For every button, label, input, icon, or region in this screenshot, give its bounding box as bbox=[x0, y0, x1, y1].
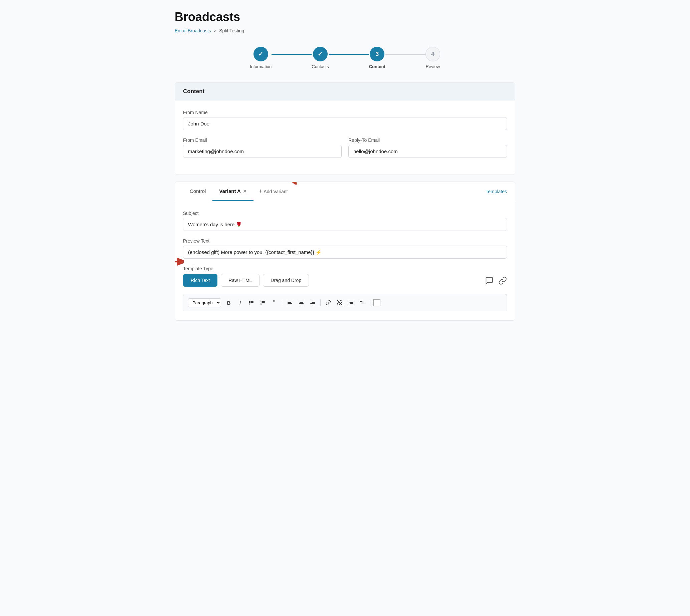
svg-rect-5 bbox=[250, 301, 253, 302]
step-label-content: Content bbox=[369, 64, 385, 69]
toolbar-sep-3 bbox=[370, 299, 370, 306]
translate-button[interactable]: TL bbox=[357, 298, 368, 308]
connector-2 bbox=[329, 54, 369, 55]
preview-text-input[interactable] bbox=[183, 246, 507, 259]
chat-icon-button[interactable] bbox=[485, 276, 494, 287]
tab-variant-a-label: Variant A bbox=[219, 188, 241, 194]
svg-rect-9 bbox=[250, 304, 253, 304]
from-email-input[interactable] bbox=[183, 145, 342, 158]
step-label-review: Review bbox=[425, 64, 440, 69]
drag-drop-button[interactable]: Drag and Drop bbox=[263, 274, 309, 287]
paragraph-select[interactable]: Paragraph Heading 1 Heading 2 Heading 3 bbox=[188, 298, 221, 307]
tab-variant-a-close[interactable]: ✕ bbox=[243, 189, 247, 194]
unlink-button[interactable] bbox=[335, 298, 345, 308]
subject-group: Subject bbox=[183, 211, 507, 231]
ordered-list-button[interactable]: 1.2.3. bbox=[258, 298, 268, 308]
svg-rect-25 bbox=[312, 302, 315, 303]
connector-3 bbox=[385, 54, 425, 55]
toolbar-sep-1 bbox=[282, 299, 282, 306]
svg-rect-23 bbox=[300, 305, 302, 305]
breadcrumb-email-broadcasts[interactable]: Email Broadcasts bbox=[175, 28, 211, 34]
toolbar-icons bbox=[485, 276, 507, 287]
svg-rect-32 bbox=[349, 305, 353, 305]
content-card: Content From Name From Email Reply-To Em… bbox=[175, 83, 515, 175]
color-swatch[interactable] bbox=[373, 299, 380, 306]
svg-rect-16 bbox=[288, 301, 292, 301]
step-review[interactable]: 4 Review bbox=[425, 47, 440, 69]
step-circle-information: ✓ bbox=[253, 47, 268, 61]
variant-tabs: Control Variant A ✕ + Add Variant Templa… bbox=[175, 182, 515, 201]
step-circle-contacts: ✓ bbox=[313, 47, 328, 61]
svg-point-8 bbox=[249, 304, 250, 305]
step-circle-review: 4 bbox=[425, 47, 440, 61]
svg-rect-29 bbox=[349, 301, 353, 301]
subject-label: Subject bbox=[183, 211, 507, 216]
reply-to-input[interactable] bbox=[348, 145, 507, 158]
breadcrumb: Email Broadcasts > Split Testing bbox=[175, 28, 515, 34]
templates-link[interactable]: Templates bbox=[486, 183, 507, 200]
preview-text-label: Preview Text bbox=[183, 238, 507, 244]
template-type-row: Template Type Rich Text Raw HTML Drag an… bbox=[183, 266, 507, 287]
step-information[interactable]: ✓ Information bbox=[250, 47, 272, 69]
italic-button[interactable]: I bbox=[235, 298, 245, 308]
svg-point-4 bbox=[249, 301, 250, 302]
step-label-contacts: Contacts bbox=[312, 64, 329, 69]
subject-input[interactable] bbox=[183, 218, 507, 231]
connector-1 bbox=[272, 54, 312, 55]
bold-button[interactable]: B bbox=[224, 298, 234, 308]
tab-control[interactable]: Control bbox=[183, 182, 212, 201]
svg-rect-11 bbox=[262, 301, 265, 302]
reply-to-label: Reply-To Email bbox=[348, 137, 507, 143]
svg-rect-19 bbox=[288, 305, 290, 305]
link-icon-button[interactable] bbox=[498, 276, 507, 287]
raw-html-button[interactable]: Raw HTML bbox=[221, 274, 259, 287]
svg-rect-31 bbox=[350, 303, 353, 304]
breadcrumb-current: Split Testing bbox=[219, 28, 244, 34]
tab-variant-a[interactable]: Variant A ✕ bbox=[212, 182, 253, 201]
link-button[interactable] bbox=[323, 298, 333, 308]
template-type-group: Template Type Rich Text Raw HTML Drag an… bbox=[183, 266, 507, 287]
align-right-button[interactable] bbox=[308, 298, 318, 308]
template-type-left: Template Type Rich Text Raw HTML Drag an… bbox=[183, 266, 309, 287]
add-variant-label: Add Variant bbox=[264, 189, 288, 194]
svg-rect-18 bbox=[288, 303, 292, 304]
from-name-input[interactable] bbox=[183, 117, 507, 130]
svg-rect-26 bbox=[310, 303, 315, 304]
stepper: ✓ Information ✓ Contacts 3 Content 4 Rev… bbox=[175, 47, 515, 69]
step-content[interactable]: 3 Content bbox=[369, 47, 385, 69]
bullet-list-button[interactable] bbox=[247, 298, 256, 308]
svg-rect-7 bbox=[250, 302, 253, 303]
svg-marker-33 bbox=[349, 302, 350, 303]
blockquote-button[interactable]: " bbox=[269, 298, 279, 308]
content-card-header: Content bbox=[175, 83, 515, 101]
content-card-body: From Name From Email Reply-To Email bbox=[175, 101, 515, 175]
svg-rect-17 bbox=[288, 302, 291, 303]
step-contacts[interactable]: ✓ Contacts bbox=[312, 47, 329, 69]
svg-rect-22 bbox=[299, 303, 304, 304]
variant-body: Subject Preview Text bbox=[175, 201, 515, 320]
breadcrumb-separator: > bbox=[214, 28, 216, 34]
svg-rect-15 bbox=[262, 304, 265, 304]
rich-text-button[interactable]: Rich Text bbox=[183, 274, 217, 287]
from-name-group: From Name bbox=[183, 110, 507, 130]
step-circle-content: 3 bbox=[370, 47, 384, 61]
variant-card: Control Variant A ✕ + Add Variant Templa… bbox=[175, 181, 515, 321]
svg-point-6 bbox=[249, 302, 250, 303]
email-row: From Email Reply-To Email bbox=[183, 137, 507, 165]
align-center-button[interactable] bbox=[296, 298, 306, 308]
page-title: Broadcasts bbox=[175, 10, 515, 24]
tab-control-label: Control bbox=[190, 188, 206, 194]
svg-rect-30 bbox=[350, 302, 353, 303]
step-label-information: Information bbox=[250, 64, 272, 69]
svg-rect-24 bbox=[310, 301, 315, 301]
align-left-button[interactable] bbox=[285, 298, 295, 308]
svg-rect-27 bbox=[312, 305, 315, 305]
add-variant-button[interactable]: + Add Variant bbox=[253, 182, 293, 201]
toolbar-sep-2 bbox=[320, 299, 321, 306]
reply-to-group: Reply-To Email bbox=[348, 137, 507, 158]
editor-toolbar: Paragraph Heading 1 Heading 2 Heading 3 … bbox=[183, 294, 507, 311]
preview-text-group: Preview Text bbox=[183, 238, 507, 259]
template-type-buttons: Rich Text Raw HTML Drag and Drop bbox=[183, 274, 309, 287]
indent-button[interactable] bbox=[346, 298, 356, 308]
from-email-label: From Email bbox=[183, 137, 342, 143]
